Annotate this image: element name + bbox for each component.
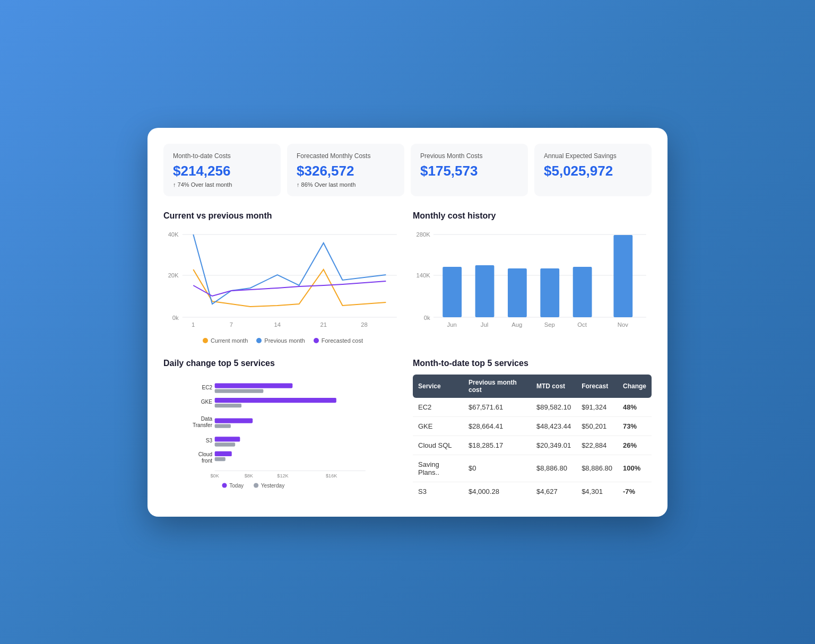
cell-prev-4: $4,000.28 [463, 482, 531, 501]
svg-text:Transfer: Transfer [193, 422, 213, 428]
svg-text:$0K: $0K [211, 473, 219, 478]
svg-text:21: 21 [320, 321, 326, 328]
cell-change-0: 48% [618, 398, 652, 417]
table-header-row: Service Previous month cost MTD cost For… [413, 375, 652, 398]
svg-rect-22 [613, 235, 632, 317]
bottom-row: Daily change top 5 services EC2 GKE Data… [163, 359, 652, 501]
svg-rect-45 [215, 457, 226, 460]
cell-mtd-2: $20,349.01 [531, 436, 576, 455]
svg-text:Yesterday: Yesterday [261, 482, 285, 488]
table-row: S3 $4,000.28 $4,627 $4,301 -7% [413, 482, 652, 501]
svg-text:1: 1 [192, 321, 195, 328]
kpi-value-savings: $5,025,972 [544, 163, 642, 179]
table-section: Month-to-date top 5 services Service Pre… [413, 359, 652, 501]
th-forecast: Forecast [576, 375, 618, 398]
hbar-chart-svg: EC2 GKE Data Transfer S3 Cloud front [163, 375, 402, 491]
svg-rect-39 [215, 404, 241, 407]
cell-service-1: GKE [413, 416, 463, 436]
cell-forecast-1: $50,201 [576, 416, 618, 436]
table-row: Saving Plans.. $0 $8,886.80 $8,886.80 10… [413, 455, 652, 482]
svg-text:7: 7 [230, 321, 233, 328]
table-row: EC2 $67,571.61 $89,582.10 $91,324 48% [413, 398, 652, 417]
services-table: Service Previous month cost MTD cost For… [413, 375, 652, 501]
kpi-label-prev: Previous Month Costs [420, 152, 518, 160]
kpi-value-forecast: $326,572 [297, 163, 395, 179]
cell-service-3: Saving Plans.. [413, 455, 463, 482]
bar-chart-title: Monthly cost history [413, 211, 652, 221]
cell-change-1: 73% [618, 416, 652, 436]
th-mtd-cost: MTD cost [531, 375, 576, 398]
kpi-card-mtd: Month-to-date Costs $214,256 ↑ 74% Over … [163, 144, 281, 196]
line-chart-title: Current vs previous month [163, 211, 402, 221]
svg-text:14: 14 [274, 321, 281, 328]
cell-mtd-3: $8,886.80 [531, 455, 576, 482]
cell-service-4: S3 [413, 482, 463, 501]
svg-text:Nov: Nov [618, 321, 628, 328]
svg-text:28: 28 [361, 321, 367, 328]
svg-text:Today: Today [229, 482, 244, 488]
cell-prev-1: $28,664.41 [463, 416, 531, 436]
table-row: Cloud SQL $18,285.17 $20,349.01 $22,884 … [413, 436, 652, 455]
svg-rect-20 [540, 268, 559, 317]
cell-mtd-0: $89,582.10 [531, 398, 576, 417]
svg-rect-37 [215, 389, 264, 393]
line-chart-legend: Current month Previous month Forecasted … [163, 337, 402, 344]
svg-text:280K: 280K [416, 231, 430, 238]
svg-point-53 [254, 483, 258, 488]
svg-text:GKE: GKE [201, 399, 213, 405]
legend-prev-month: Previous month [256, 337, 305, 344]
svg-rect-41 [215, 424, 231, 428]
kpi-row: Month-to-date Costs $214,256 ↑ 74% Over … [163, 144, 652, 196]
svg-rect-36 [215, 383, 293, 388]
svg-text:Jul: Jul [481, 321, 488, 328]
cell-service-2: Cloud SQL [413, 436, 463, 455]
services-table-title: Month-to-date top 5 services [413, 359, 652, 368]
svg-text:Cloud: Cloud [198, 451, 212, 457]
th-prev-cost: Previous month cost [463, 375, 531, 398]
cell-forecast-2: $22,884 [576, 436, 618, 455]
table-row: GKE $28,664.41 $48,423.44 $50,201 73% [413, 416, 652, 436]
legend-forecast-dot [314, 338, 319, 343]
kpi-card-prev: Previous Month Costs $175,573 [411, 144, 528, 196]
svg-rect-18 [475, 265, 495, 317]
kpi-label-savings: Annual Expected Savings [544, 152, 642, 160]
table-body: EC2 $67,571.61 $89,582.10 $91,324 48% GK… [413, 398, 652, 501]
legend-current-month: Current month [203, 337, 248, 344]
charts-row: Current vs previous month 40K 20K 0k 1 7… [163, 211, 652, 344]
legend-current-dot [203, 338, 208, 343]
svg-text:140K: 140K [416, 272, 430, 279]
legend-forecast-label: Forecasted cost [322, 337, 363, 344]
svg-text:Aug: Aug [511, 321, 522, 328]
legend-prev-dot [256, 338, 262, 343]
kpi-value-mtd: $214,256 [173, 163, 271, 179]
legend-forecast: Forecasted cost [314, 337, 363, 344]
svg-text:front: front [202, 457, 212, 463]
cell-prev-3: $0 [463, 455, 531, 482]
cell-prev-2: $18,285.17 [463, 436, 531, 455]
line-chart-section: Current vs previous month 40K 20K 0k 1 7… [163, 211, 402, 344]
cell-prev-0: $67,571.61 [463, 398, 531, 417]
th-change: Change [618, 375, 652, 398]
kpi-label-forecast: Forecasted Monthly Costs [297, 152, 395, 160]
svg-rect-17 [443, 267, 462, 317]
bar-chart-container: 280K 140K 0k Jun Jul [413, 227, 652, 333]
svg-rect-38 [215, 398, 336, 403]
line-chart-container: 40K 20K 0k 1 7 14 21 28 [163, 227, 402, 333]
svg-text:Jun: Jun [447, 321, 457, 328]
cell-forecast-0: $91,324 [576, 398, 618, 417]
svg-text:0k: 0k [172, 315, 179, 321]
line-chart-svg: 40K 20K 0k 1 7 14 21 28 [163, 227, 402, 333]
svg-rect-40 [215, 418, 253, 423]
th-service: Service [413, 375, 463, 398]
legend-prev-label: Previous month [264, 337, 305, 344]
hbar-title: Daily change top 5 services [163, 359, 402, 368]
svg-text:0k: 0k [424, 315, 430, 321]
kpi-change-forecast: ↑ 86% Over last month [297, 181, 395, 188]
kpi-card-forecast: Forecasted Monthly Costs $326,572 ↑ 86% … [287, 144, 404, 196]
cell-mtd-4: $4,627 [531, 482, 576, 501]
cell-forecast-3: $8,886.80 [576, 455, 618, 482]
cell-mtd-1: $48,423.44 [531, 416, 576, 436]
svg-text:S3: S3 [206, 438, 213, 443]
svg-rect-43 [215, 442, 236, 446]
svg-text:40K: 40K [168, 231, 179, 238]
